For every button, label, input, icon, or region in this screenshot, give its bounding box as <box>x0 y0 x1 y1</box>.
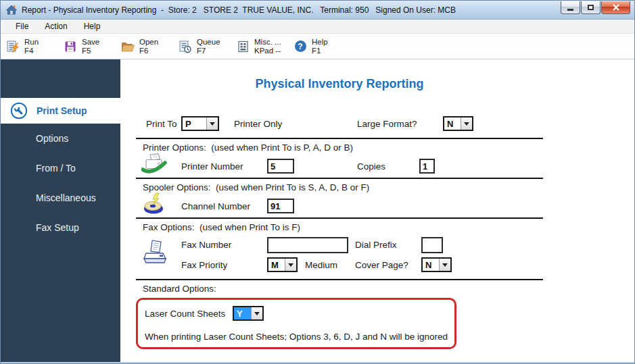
dial-prefix-input[interactable] <box>421 237 443 253</box>
maximize-icon <box>588 5 594 10</box>
large-format-value: N <box>444 118 461 130</box>
sidebar-item-label: From / To <box>36 163 76 174</box>
laser-count-sheets-note: When printing Laser Count Sheets; Option… <box>145 332 448 342</box>
help-icon: ? <box>293 40 307 53</box>
channel-number-label: Channel Number <box>181 201 250 211</box>
title-bar[interactable]: Report - Physical Inventory Reporting - … <box>1 1 634 20</box>
sidebar-item-fax-setup[interactable]: Fax Setup <box>1 213 120 242</box>
cover-page-value: N <box>423 259 439 271</box>
fax-options-heading: Fax Options: (used when Print To is F) <box>136 219 543 234</box>
sidebar-item-label: Print Setup <box>37 105 87 116</box>
printer-options-heading: Printer Options: (used when Print To is … <box>136 139 543 155</box>
run-shortcut: F4 <box>24 47 39 55</box>
sidebar-item-print-setup[interactable]: Print Setup <box>1 98 120 124</box>
laser-count-sheets-label: Laser Count Sheets <box>145 309 225 319</box>
copies-label: Copies <box>357 161 385 172</box>
toolbar: Run F4 Save F5 <box>1 34 634 59</box>
open-label: Open <box>139 38 158 47</box>
save-icon <box>64 40 77 53</box>
queue-button[interactable]: Queue F7 <box>179 38 236 55</box>
annotation-highlight-box: Laser Count Sheets Y When printing Laser… <box>136 298 456 349</box>
menu-help[interactable]: Help <box>76 20 109 32</box>
printer-number-input[interactable] <box>267 159 294 174</box>
maximize-button[interactable] <box>581 1 601 14</box>
misc-label: Misc. ... <box>254 38 281 47</box>
laser-count-sheets-select[interactable]: Y <box>233 306 264 321</box>
misc-kpad-button[interactable]: Misc. ... KPad -- <box>236 38 293 55</box>
fax-priority-label: Fax Priority <box>181 260 227 270</box>
open-folder-icon <box>121 40 135 53</box>
save-label: Save <box>82 38 99 47</box>
sidebar-item-miscellaneous[interactable]: Miscellaneous <box>1 183 120 213</box>
queue-icon <box>179 40 192 53</box>
page-title: Physical Inventory Reporting <box>136 77 543 91</box>
open-button[interactable]: Open F6 <box>121 38 179 55</box>
sidebar-item-options[interactable]: Options <box>1 124 120 153</box>
home-icon <box>6 5 17 15</box>
standard-options-heading: Standard Options: <box>136 280 543 296</box>
close-button[interactable] <box>601 1 630 14</box>
minimize-icon <box>567 9 573 11</box>
save-button[interactable]: Save F5 <box>64 38 121 55</box>
sidebar-item-label: Fax Setup <box>36 222 79 233</box>
chevron-down-icon[interactable] <box>461 118 472 130</box>
copies-input[interactable] <box>419 159 435 174</box>
large-format-select[interactable]: N <box>443 116 473 131</box>
fax-number-label: Fax Number <box>181 240 231 250</box>
queue-shortcut: F7 <box>197 47 220 55</box>
large-format-label: Large Format? <box>357 119 417 129</box>
sidebar-item-from-to[interactable]: From / To <box>1 153 120 183</box>
close-icon <box>612 4 620 11</box>
laser-count-sheets-value: Y <box>234 307 251 319</box>
chevron-down-icon[interactable] <box>439 259 450 271</box>
print-to-select[interactable]: P <box>181 116 219 131</box>
run-icon <box>6 40 20 53</box>
window-title: Report - Physical Inventory Reporting - … <box>22 5 561 15</box>
run-button[interactable]: Run F4 <box>6 38 64 55</box>
open-shortcut: F6 <box>139 47 158 55</box>
print-to-value: P <box>183 118 206 130</box>
keypad-icon <box>236 40 250 53</box>
channel-number-input[interactable] <box>267 199 294 213</box>
print-to-label: Print To <box>146 119 177 129</box>
cover-page-select[interactable]: N <box>421 257 452 272</box>
sidebar-item-label: Options <box>36 133 68 144</box>
save-shortcut: F5 <box>82 47 99 55</box>
fax-number-input[interactable] <box>267 237 348 253</box>
app-window: Report - Physical Inventory Reporting - … <box>0 0 635 364</box>
misc-shortcut: KPad -- <box>254 47 281 55</box>
print-setup-panel: Physical Inventory Reporting Print To P … <box>120 59 634 362</box>
cover-page-label: Cover Page? <box>355 260 408 270</box>
printer-number-label: Printer Number <box>181 161 243 172</box>
printer-icon <box>141 153 167 180</box>
dial-prefix-label: Dial Prefix <box>355 240 397 250</box>
spooler-icon <box>143 192 164 217</box>
help-button[interactable]: ? Help F1 <box>293 38 351 55</box>
print-to-description: Printer Only <box>234 119 282 129</box>
queue-label: Queue <box>197 38 220 47</box>
help-shortcut: F1 <box>312 47 328 55</box>
fax-icon <box>143 240 167 271</box>
fax-priority-value: M <box>268 259 285 271</box>
menu-bar: File Action Help <box>1 20 634 34</box>
sidebar: Print Setup Options From / To Miscellane… <box>1 59 120 362</box>
menu-file[interactable]: File <box>7 20 37 32</box>
fax-priority-description: Medium <box>305 260 337 270</box>
chevron-down-icon[interactable] <box>251 307 262 319</box>
minimize-button[interactable] <box>561 1 580 14</box>
spooler-options-heading: Spooler Options: (used when Print To is … <box>136 179 543 194</box>
wrench-icon <box>10 102 28 120</box>
run-label: Run <box>24 38 39 47</box>
help-label: Help <box>312 38 328 47</box>
chevron-down-icon[interactable] <box>206 118 218 130</box>
chevron-down-icon[interactable] <box>285 259 296 271</box>
menu-action[interactable]: Action <box>37 20 75 32</box>
fax-priority-select[interactable]: M <box>267 257 298 272</box>
sidebar-item-label: Miscellaneous <box>36 192 96 203</box>
